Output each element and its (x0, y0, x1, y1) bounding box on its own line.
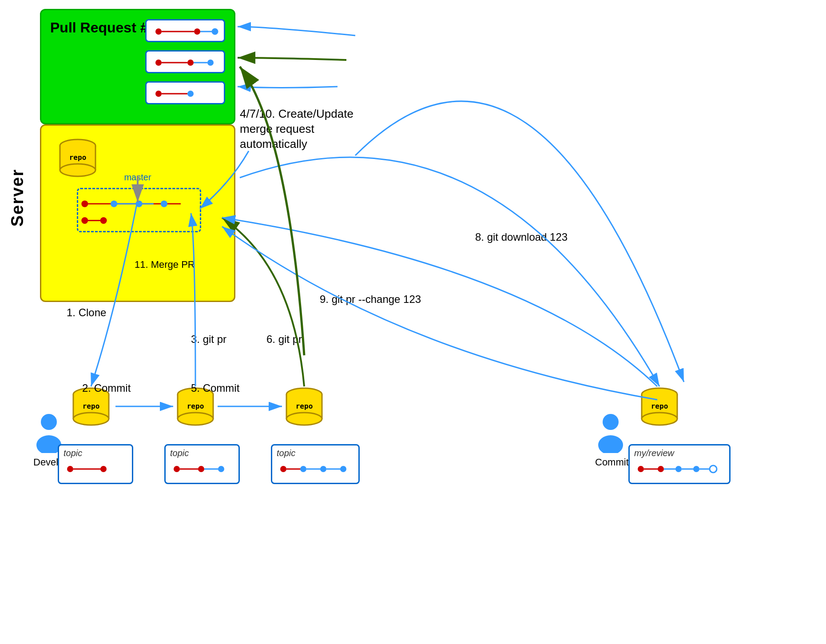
svg-text:repo: repo (187, 402, 204, 410)
topic-label-3: topic (277, 448, 295, 458)
topic-box-2: topic (164, 444, 240, 484)
my-review-box: my/review (628, 444, 731, 484)
svg-point-28 (41, 414, 57, 430)
svg-text:repo: repo (83, 402, 100, 410)
topic-label-2: topic (170, 448, 189, 458)
svg-point-14 (81, 200, 88, 207)
pr-branch-row-3 (145, 81, 225, 104)
step-clone: 1. Clone (67, 306, 106, 319)
repo-3: repo (284, 386, 324, 428)
svg-point-7 (187, 60, 194, 66)
svg-point-61 (198, 466, 204, 472)
svg-point-26 (60, 164, 95, 176)
svg-point-56 (67, 466, 73, 472)
svg-point-5 (155, 60, 162, 66)
svg-point-42 (178, 413, 213, 425)
svg-point-64 (280, 466, 286, 472)
svg-point-4 (212, 28, 218, 35)
svg-point-0 (155, 28, 162, 35)
svg-point-36 (73, 413, 109, 425)
svg-point-70 (340, 466, 346, 472)
svg-point-21 (100, 217, 107, 224)
server-repo: repo (58, 138, 98, 179)
repo-4: repo (639, 386, 679, 428)
svg-point-75 (675, 466, 682, 472)
pr-box: Pull Request #123 (40, 9, 235, 124)
svg-point-12 (187, 91, 194, 97)
step-git-pr-change: 9. git pr --change 123 (320, 293, 421, 306)
step-commit2: 5. Commit (191, 382, 239, 394)
svg-point-71 (638, 466, 644, 472)
svg-point-9 (207, 60, 214, 66)
diagram-container: Server Pull Request #123 (0, 0, 826, 644)
svg-point-68 (320, 466, 326, 472)
svg-point-20 (81, 217, 88, 224)
merge-label: 11. Merge PR (135, 259, 195, 270)
svg-point-31 (598, 435, 623, 453)
topic-label-1: topic (64, 448, 82, 458)
svg-point-18 (161, 200, 167, 207)
svg-point-54 (642, 413, 677, 425)
my-review-label: my/review (634, 448, 674, 458)
svg-point-58 (100, 466, 107, 472)
step-git-download: 8. git download 123 (475, 231, 568, 243)
step-git-pr1: 3. git pr (191, 333, 226, 346)
svg-point-10 (155, 91, 162, 97)
svg-point-2 (194, 28, 200, 35)
svg-point-63 (218, 466, 224, 472)
svg-point-79 (710, 465, 717, 473)
master-branch-area (77, 188, 201, 232)
svg-point-73 (658, 466, 664, 472)
svg-point-17 (135, 200, 142, 207)
pr-branch-row-2 (145, 50, 225, 73)
svg-point-48 (286, 413, 322, 425)
svg-text:repo: repo (651, 402, 668, 410)
svg-point-30 (603, 414, 619, 430)
svg-point-66 (300, 466, 306, 472)
step-git-pr2: 6. git pr (266, 333, 302, 346)
step-create-update: 4/7/10. Create/Update merge request auto… (240, 107, 353, 151)
server-label: Server (8, 169, 27, 227)
svg-point-77 (693, 466, 699, 472)
pr-branch-row-1 (145, 19, 225, 42)
master-label: master (124, 172, 151, 183)
topic-box-1: topic (58, 444, 133, 484)
step-commit1: 2. Commit (82, 382, 131, 394)
svg-point-59 (174, 466, 180, 472)
svg-text:repo: repo (296, 402, 313, 410)
topic-box-3: topic (271, 444, 360, 484)
svg-text:repo: repo (69, 153, 87, 162)
svg-point-16 (111, 200, 117, 207)
